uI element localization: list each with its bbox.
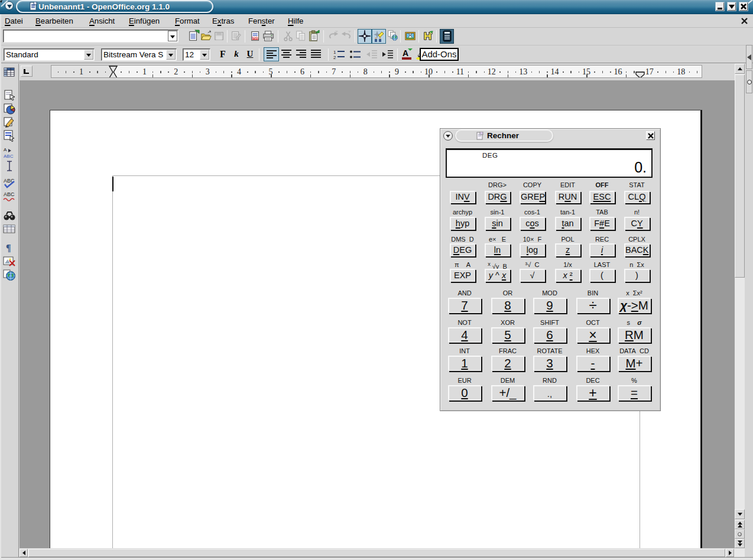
svg-text:PDF: PDF [253, 36, 259, 40]
svg-text:1: 1 [333, 50, 336, 55]
svg-text:2: 2 [333, 55, 336, 59]
svg-text:ABC: ABC [4, 154, 14, 159]
svg-text:A: A [4, 147, 7, 152]
svg-text:ABC: ABC [4, 191, 15, 197]
svg-text:¶: ¶ [6, 243, 11, 253]
